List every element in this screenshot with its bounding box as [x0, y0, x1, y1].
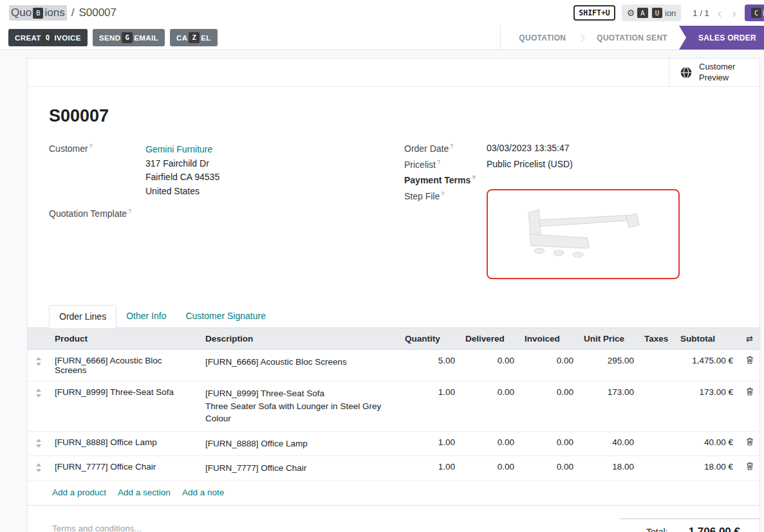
- step-file-image[interactable]: [487, 189, 680, 279]
- status-step-sales-order[interactable]: SALES ORDER: [679, 26, 764, 50]
- cell-delivered[interactable]: 0.00: [460, 431, 519, 456]
- pricelist-value[interactable]: Public Pricelist (USD): [487, 159, 573, 169]
- column-header-quantity[interactable]: Quantity: [400, 328, 460, 350]
- cell-taxes[interactable]: [639, 349, 675, 381]
- breadcrumb-parent-text: Quo: [11, 6, 32, 19]
- column-header-unit-price[interactable]: Unit Price: [579, 328, 639, 350]
- column-header-subtotal[interactable]: Subtotal: [675, 328, 738, 350]
- pager-next-button[interactable]: ›: [730, 6, 738, 19]
- cell-taxes[interactable]: [639, 456, 675, 481]
- breadcrumb-parent-text: ions: [44, 6, 64, 19]
- order-date-value[interactable]: 03/03/2023 13:35:47: [487, 143, 569, 153]
- notebook-tabs: Order Lines Other Info Customer Signatur…: [28, 305, 759, 328]
- cell-quantity[interactable]: 1.00: [400, 456, 460, 481]
- delete-row-button[interactable]: [738, 381, 761, 431]
- cell-product[interactable]: [FURN_8888] Office Lamp: [50, 431, 200, 456]
- handle-column-header: [28, 328, 50, 350]
- cell-invoiced[interactable]: 0.00: [519, 381, 579, 431]
- tab-order-lines[interactable]: Order Lines: [49, 305, 116, 328]
- help-icon: ?: [450, 143, 453, 149]
- action-buttons: CREATQIVOICE SENDGEMAIL CAZEL: [8, 29, 218, 46]
- cell-quantity[interactable]: 1.00: [400, 431, 460, 456]
- column-header-product[interactable]: Product: [50, 328, 200, 350]
- status-step-quotation-sent[interactable]: QUOTATION SENT: [585, 26, 679, 50]
- cell-unit-price[interactable]: 18.00: [579, 456, 639, 481]
- gear-icon: ⚙: [627, 8, 635, 17]
- field-customer: Customer? Gemini Furniture 317 Fairchild…: [49, 143, 404, 199]
- table-row[interactable]: [FURN_8888] Office Lamp [FURN_8888] Offi…: [28, 431, 761, 456]
- help-icon: ?: [472, 174, 476, 181]
- cell-description[interactable]: [FURN_6666] Acoustic Bloc Screens: [200, 349, 400, 381]
- optional-columns-button[interactable]: ⇄: [738, 328, 761, 350]
- cell-product[interactable]: [FURN_7777] Office Chair: [50, 456, 200, 481]
- cell-delivered[interactable]: 0.00: [460, 456, 519, 481]
- column-header-delivered[interactable]: Delivered: [460, 328, 519, 350]
- help-icon: ?: [441, 190, 444, 197]
- add-a-product-link[interactable]: Add a product: [52, 488, 106, 497]
- cancel-button[interactable]: CAZEL: [170, 29, 218, 46]
- breadcrumb-separator: /: [71, 6, 75, 19]
- cell-product[interactable]: [FURN_8999] Three-Seat Sofa: [50, 381, 200, 431]
- column-header-invoiced[interactable]: Invoiced: [519, 328, 579, 350]
- cell-product[interactable]: [FURN_6666] Acoustic Bloc Screens: [50, 349, 200, 381]
- table-row[interactable]: [FURN_6666] Acoustic Bloc Screens [FURN_…: [28, 349, 761, 381]
- cell-delivered[interactable]: 0.00: [460, 349, 519, 381]
- shortcut-badge-q: Q: [42, 32, 53, 43]
- table-row[interactable]: [FURN_7777] Office Chair [FURN_7777] Off…: [28, 456, 761, 481]
- tab-other-info[interactable]: Other Info: [116, 305, 176, 327]
- status-bar: QUOTATION QUOTATION SENT SALES ORDER: [500, 26, 764, 50]
- cell-description[interactable]: [FURN_8888] Office Lamp: [200, 431, 400, 456]
- tab-customer-signature[interactable]: Customer Signature: [176, 305, 275, 327]
- shortcut-badge-a: A: [637, 8, 648, 19]
- add-a-note-link[interactable]: Add a note: [182, 488, 224, 497]
- cell-unit-price[interactable]: 295.00: [579, 349, 639, 381]
- cell-delivered[interactable]: 0.00: [460, 381, 519, 431]
- step-file-label: Step File?: [404, 190, 487, 201]
- breadcrumb-quotations[interactable]: QuoBions: [9, 5, 67, 21]
- cell-quantity[interactable]: 5.00: [400, 349, 460, 381]
- cell-invoiced[interactable]: 0.00: [519, 349, 579, 381]
- drag-handle[interactable]: [28, 349, 50, 381]
- drag-handle[interactable]: [28, 381, 50, 431]
- cell-description[interactable]: [FURN_8999] Three-Seat Sofa Three Seater…: [200, 381, 400, 431]
- delete-row-button[interactable]: [738, 431, 761, 456]
- delete-row-button[interactable]: [738, 349, 761, 381]
- drag-handle[interactable]: [28, 456, 50, 481]
- button-box: Customer Preview: [28, 59, 759, 87]
- description-text: [FURN_7777] Office Chair: [205, 462, 395, 475]
- cell-invoiced[interactable]: 0.00: [519, 431, 579, 456]
- cell-unit-price[interactable]: 40.00: [579, 431, 639, 456]
- cell-taxes[interactable]: [639, 431, 675, 456]
- shortcut-badge-b: B: [33, 8, 43, 19]
- drag-handle-icon: [35, 439, 42, 448]
- corner-button[interactable]: C l: [745, 5, 764, 22]
- send-email-label: SEND: [99, 34, 121, 42]
- add-a-section-link[interactable]: Add a section: [118, 488, 171, 497]
- trash-icon: [746, 356, 754, 364]
- customer-address-line: United States: [145, 185, 219, 199]
- customer-link[interactable]: Gemini Furniture: [145, 144, 212, 154]
- cell-invoiced[interactable]: 0.00: [519, 456, 579, 481]
- create-invoice-button[interactable]: CREATQIVOICE: [8, 29, 88, 46]
- order-lines-table: Product Description Quantity Delivered I…: [28, 328, 761, 481]
- terms-and-conditions-input[interactable]: Terms and conditions...: [52, 518, 142, 532]
- totals-block: Total: 1,706.00 €: [620, 518, 759, 532]
- send-email-button[interactable]: SENDGEMAIL: [93, 29, 165, 46]
- description-variant-text: Three Seater Sofa with Lounger in Steel …: [205, 400, 395, 425]
- column-header-description[interactable]: Description: [200, 328, 400, 350]
- cell-quantity[interactable]: 1.00: [400, 381, 460, 431]
- order-date-label: Order Date?: [404, 143, 487, 154]
- status-step-quotation[interactable]: QUOTATION: [507, 26, 577, 50]
- cell-taxes[interactable]: [639, 381, 675, 431]
- cell-unit-price[interactable]: 173.00: [579, 381, 639, 431]
- delete-row-button[interactable]: [738, 456, 761, 481]
- payment-terms-label: Payment Terms?: [404, 174, 487, 185]
- help-icon: ?: [128, 208, 131, 214]
- pager-previous-button[interactable]: ‹: [716, 6, 724, 19]
- action-menu-button[interactable]: ⚙ A U ion: [622, 5, 682, 22]
- drag-handle[interactable]: [28, 431, 50, 456]
- customer-preview-button[interactable]: Customer Preview: [669, 59, 759, 86]
- table-row[interactable]: [FURN_8999] Three-Seat Sofa [FURN_8999] …: [28, 381, 761, 431]
- column-header-taxes[interactable]: Taxes: [639, 328, 675, 350]
- cell-description[interactable]: [FURN_7777] Office Chair: [200, 456, 400, 481]
